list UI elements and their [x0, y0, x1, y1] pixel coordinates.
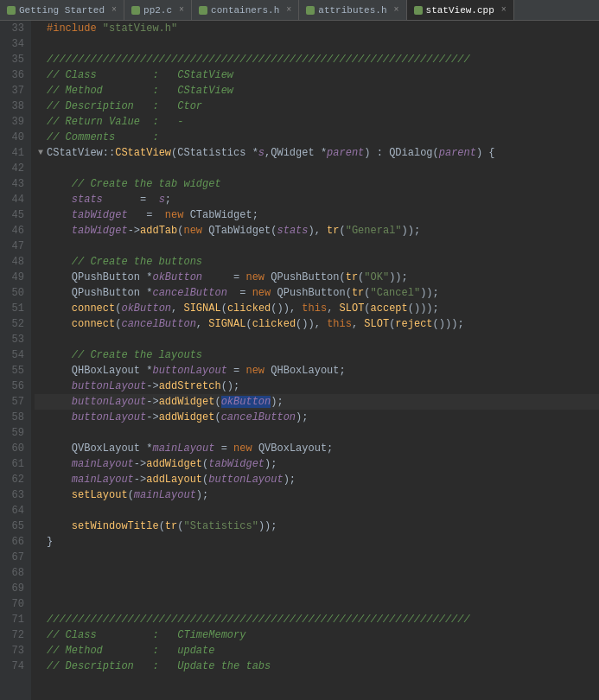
code-line-33: #include "statView.h" [35, 21, 599, 36]
code-line-48: // Create the buttons [35, 254, 599, 270]
tab-icon-getting-started [7, 6, 16, 15]
code-line-40: // Comments : [35, 130, 599, 145]
ln-69: 69 [3, 581, 24, 596]
ln-43: 43 [3, 176, 24, 192]
ln-58: 58 [3, 410, 24, 425]
code-line-35: ////////////////////////////////////////… [35, 52, 599, 67]
tab-label-attributes: attributes.h [318, 5, 386, 16]
ln-38: 38 [3, 99, 24, 114]
tab-label-containers: containers.h [211, 5, 279, 16]
fold-icon-41[interactable]: ▼ [35, 147, 47, 159]
tab-label-statview: statView.cpp [426, 5, 494, 16]
code-line-73: // Method : update [35, 643, 599, 659]
ln-49: 49 [3, 270, 24, 285]
ln-61: 61 [3, 456, 24, 472]
ln-72: 72 [3, 627, 24, 643]
ln-42: 42 [3, 161, 24, 176]
tab-close-attributes[interactable]: × [394, 5, 399, 15]
code-line-72: // Class : CTimeMemory [35, 627, 599, 643]
code-line-52: connect(cancelButton, SIGNAL(clicked()),… [35, 316, 599, 332]
ln-50: 50 [3, 285, 24, 301]
tab-bar: Getting Started × pp2.c × containers.h ×… [0, 0, 599, 21]
code-line-57: buttonLayout->addWidget(okButton); [35, 394, 599, 410]
ln-34: 34 [3, 36, 24, 52]
code-line-37: // Method : CStatView [35, 83, 599, 99]
ln-65: 65 [3, 519, 24, 534]
code-line-65: setWindowTitle(tr("Statistics")); [35, 519, 599, 534]
ln-40: 40 [3, 130, 24, 145]
ln-67: 67 [3, 550, 24, 565]
ln-54: 54 [3, 347, 24, 363]
ln-39: 39 [3, 114, 24, 130]
ln-51: 51 [3, 301, 24, 316]
code-area[interactable]: #include "statView.h" //////////////////… [31, 21, 599, 700]
code-line-42 [35, 161, 599, 176]
code-line-70 [35, 596, 599, 612]
tab-close-pp2c[interactable]: × [179, 5, 184, 15]
line-numbers: 33 34 35 36 37 38 39 40 41 42 43 44 45 4… [0, 21, 31, 700]
tab-containers[interactable]: containers.h × [192, 0, 299, 20]
ln-73: 73 [3, 643, 24, 659]
ln-74: 74 [3, 659, 24, 674]
code-line-45: tabWidget = new CTabWidget; [35, 207, 599, 223]
code-line-74: // Description : Update the tabs [35, 659, 599, 674]
code-line-54: // Create the layouts [35, 347, 599, 363]
tab-close-getting-started[interactable]: × [112, 5, 117, 15]
ln-35: 35 [3, 52, 24, 67]
tab-close-statview[interactable]: × [501, 5, 507, 15]
code-line-53 [35, 332, 599, 347]
ln-70: 70 [3, 596, 24, 612]
ln-47: 47 [3, 239, 24, 254]
code-line-41: ▼ CStatView::CStatView(CStatistics *s,QW… [35, 145, 599, 161]
tab-getting-started[interactable]: Getting Started × [0, 0, 124, 20]
code-line-60: QVBoxLayout *mainLayout = new QVBoxLayou… [35, 441, 599, 456]
code-line-63: setLayout(mainLayout); [35, 487, 599, 503]
ln-55: 55 [3, 363, 24, 379]
code-line-51: connect(okButton, SIGNAL(clicked()), thi… [35, 301, 599, 316]
editor: 33 34 35 36 37 38 39 40 41 42 43 44 45 4… [0, 21, 599, 700]
code-line-62: mainLayout->addLayout(buttonLayout); [35, 472, 599, 487]
tab-label-getting-started: Getting Started [19, 5, 105, 16]
tab-statview[interactable]: statView.cpp × [407, 0, 514, 20]
ln-41: 41 [3, 145, 24, 161]
code-line-46: tabWidget->addTab(new QTabWidget(stats),… [35, 223, 599, 239]
ln-64: 64 [3, 503, 24, 519]
code-line-59 [35, 425, 599, 441]
ln-48: 48 [3, 254, 24, 270]
tab-label-pp2c: pp2.c [143, 5, 172, 16]
tab-icon-attributes [306, 6, 315, 15]
ln-68: 68 [3, 565, 24, 581]
tab-icon-statview [414, 6, 423, 15]
ln-60: 60 [3, 441, 24, 456]
ln-56: 56 [3, 379, 24, 394]
ln-46: 46 [3, 223, 24, 239]
ln-66: 66 [3, 534, 24, 550]
code-line-61: mainLayout->addWidget(tabWidget); [35, 456, 599, 472]
ln-44: 44 [3, 192, 24, 207]
code-line-67 [35, 550, 599, 565]
code-line-34 [35, 36, 599, 52]
code-line-66: } [35, 534, 599, 550]
code-line-44: stats = s; [35, 192, 599, 207]
code-line-47 [35, 239, 599, 254]
tab-icon-pp2c [131, 6, 140, 15]
fold-icon-33 [35, 22, 47, 35]
ln-37: 37 [3, 83, 24, 99]
code-line-55: QHBoxLayout *buttonLayout = new QHBoxLay… [35, 363, 599, 379]
ln-33: 33 [3, 21, 24, 36]
ln-59: 59 [3, 425, 24, 441]
app-window: Getting Started × pp2.c × containers.h ×… [0, 0, 599, 700]
code-line-36: // Class : CStatView [35, 67, 599, 83]
code-line-64 [35, 503, 599, 519]
ln-71: 71 [3, 612, 24, 627]
tab-pp2c[interactable]: pp2.c × [124, 0, 192, 20]
code-line-68 [35, 565, 599, 581]
tab-icon-containers [199, 6, 207, 15]
tab-attributes[interactable]: attributes.h × [299, 0, 406, 20]
tab-close-containers[interactable]: × [286, 5, 291, 15]
code-line-39: // Return Value : - [35, 114, 599, 130]
ln-36: 36 [3, 67, 24, 83]
ln-52: 52 [3, 316, 24, 332]
code-line-56: buttonLayout->addStretch(); [35, 379, 599, 394]
code-line-58: buttonLayout->addWidget(cancelButton); [35, 410, 599, 425]
